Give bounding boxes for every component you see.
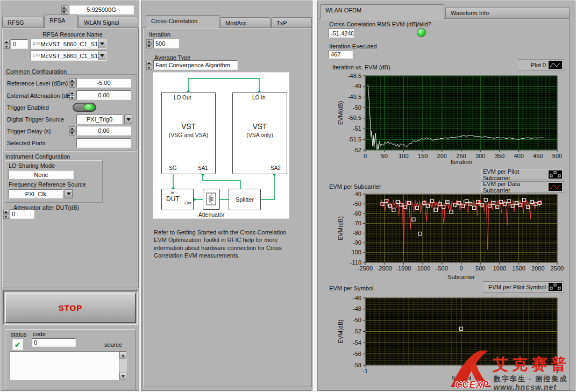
logo-url: www.hncsw.net — [494, 383, 557, 391]
scroll-up-icon[interactable] — [119, 352, 126, 359]
tab-rfsg[interactable]: RFSG — [2, 17, 44, 28]
frequency-field[interactable]: 5.925000G — [69, 5, 134, 15]
application-window: 5.925000G RFSG RFSA WLAN Signal RFSA Res… — [0, 0, 576, 392]
tab-txp[interactable]: TxP — [271, 17, 312, 28]
tab-waveform-info[interactable]: Waveform Info — [445, 7, 570, 19]
tab-rfsa[interactable]: RFSA — [44, 15, 78, 28]
tab-modacc[interactable]: ModAcc — [220, 17, 271, 28]
source-textarea[interactable] — [10, 351, 126, 380]
tab-wlan-ofdm[interactable]: WLAN OFDM — [320, 4, 444, 19]
source-label: source — [104, 341, 122, 348]
wlan-ofdm-tab-body — [319, 18, 570, 390]
logo-chinese-name: 艾克赛普 — [493, 354, 570, 375]
rfsa-tab-body — [2, 27, 139, 288]
measurement-config-panel: Cross-Correlation ModAcc TxP Iteration 5… — [141, 1, 312, 391]
source-scrollbar[interactable] — [119, 352, 127, 380]
rfsa-panel: 5.925000G RFSG RFSA WLAN Signal RFSA Res… — [1, 1, 139, 391]
status-label: status — [11, 331, 26, 338]
code-label: code — [33, 331, 46, 337]
tab-cross-correlation[interactable]: Cross-Correlation — [146, 15, 219, 28]
results-panel: WLAN OFDM Waveform Info Cross-Correlatio… — [317, 1, 575, 391]
cross-correlation-tab-body — [143, 27, 312, 387]
status-check-indicator: ✔ — [12, 339, 23, 350]
stop-button[interactable]: STOP — [5, 293, 136, 323]
accexp-wordmark: CCEXP — [455, 380, 489, 390]
scroll-down-icon[interactable] — [119, 373, 126, 380]
watermark-logo: CCEXP 艾克赛普 数字孪生 · 测控集成 www.hncsw.net — [445, 350, 576, 392]
code-field: 0 — [32, 338, 76, 347]
frequency-stepper[interactable] — [61, 5, 67, 15]
tab-wlan-signal[interactable]: WLAN Signal — [79, 17, 138, 28]
